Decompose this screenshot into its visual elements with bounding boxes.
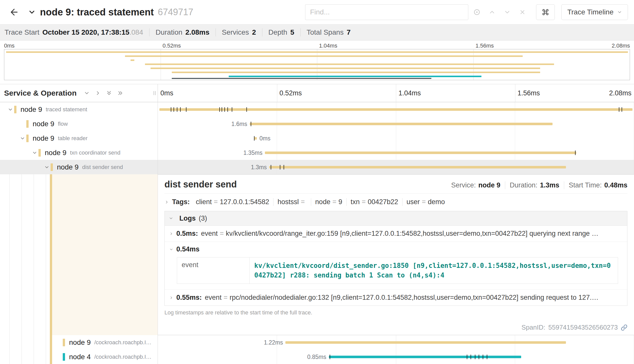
minimap-span-bar — [145, 63, 554, 65]
total-spans-stat: Total Spans 7 — [300, 28, 357, 36]
collapse-one-button[interactable] — [84, 90, 90, 96]
span-name-cell[interactable]: node 9 dist sender send — [0, 160, 158, 174]
span-bar[interactable] — [285, 341, 566, 344]
span-duration-label: 1.3ms — [251, 164, 267, 170]
minimap-tick-label: 0.52ms — [163, 42, 181, 49]
deep-link-icon[interactable] — [621, 324, 627, 331]
span-row-flow: node 9 flow 1.6ms — [0, 117, 634, 131]
keyboard-shortcuts-button[interactable] — [536, 4, 555, 20]
tag-txn: txn=00427b22 — [346, 198, 402, 206]
chevron-down-icon — [169, 216, 173, 221]
indent-guide — [9, 174, 10, 335]
collapse-all-button[interactable] — [106, 90, 112, 96]
collapse-trace-chevron-down-icon[interactable] — [28, 8, 36, 16]
locate-match-button[interactable] — [470, 6, 483, 19]
span-rows-bottom: node 9 /cockroach.roachpb.I… 1.22ms node… — [0, 335, 634, 364]
expand-all-button[interactable] — [117, 90, 123, 96]
log-entry-header[interactable]: 0.54ms — [169, 245, 623, 253]
back-button[interactable] — [8, 6, 21, 19]
tags-accordion[interactable]: Tags: client=127.0.0.1:54582 hostssl= no… — [164, 198, 627, 206]
span-timeline-cell: 1.35ms — [158, 145, 634, 160]
indent-guide — [22, 174, 22, 335]
span-bar[interactable] — [250, 123, 553, 125]
service-color-chip — [51, 163, 53, 171]
minimap-span-bar — [125, 55, 523, 57]
locate-icon — [473, 8, 481, 16]
chevron-right-icon — [164, 200, 169, 204]
span-name-cell[interactable]: node 9 traced statement — [0, 102, 158, 117]
service-name: node 9 — [69, 338, 91, 347]
detail-header: dist sender send Service:node 9 Duration… — [164, 179, 627, 194]
chevron-down-icon[interactable] — [31, 150, 38, 156]
log-entry[interactable]: 0.55ms: event=rpc/nodedialer/nodedialer.… — [165, 290, 627, 306]
tag-hostssl: hostssl= — [273, 198, 311, 206]
span-timeline-cell: 0ms — [158, 131, 634, 145]
minimap-tick-label: 2.08ms — [612, 42, 630, 49]
span-name-cell[interactable]: node 9 txn coordinator send — [0, 145, 158, 160]
find-input[interactable] — [305, 4, 468, 20]
log-timestamp: 0.5ms: — [176, 230, 198, 238]
span-id-row: SpanID: 5597415943526560273 — [164, 324, 627, 331]
next-match-button[interactable] — [501, 6, 514, 19]
span-id-value: 5597415943526560273 — [548, 324, 618, 331]
ruler-divider — [277, 84, 277, 102]
chevron-right-icon — [169, 296, 173, 300]
detail-left-gutter — [0, 174, 158, 335]
span-duration-label: 0ms — [259, 135, 270, 142]
tag-client: client=127.0.0.1:54582 — [192, 198, 273, 206]
span-name-cell[interactable]: node 4 /cockroach.roachpb.I… — [0, 350, 158, 364]
minimap-canvas[interactable] — [4, 49, 630, 80]
chevron-down-icon[interactable] — [43, 164, 51, 170]
trace-minimap: 0ms 0.52ms 1.04ms 1.56ms 2.08ms — [0, 40, 634, 80]
clear-find-button[interactable] — [516, 6, 529, 19]
minimap-span-bar — [6, 51, 628, 53]
chevron-down-icon[interactable] — [19, 136, 26, 141]
minimap-span-bar — [229, 76, 481, 77]
detail-accent-tint — [52, 174, 158, 335]
span-rows: node 9 traced statement node 9 flow 1.6m… — [0, 102, 634, 174]
span-row-dist-sender-send: node 9 dist sender send 1.3ms — [0, 160, 634, 174]
trace-summary-bar: Trace Start October 15 2020, 17:38:15.08… — [0, 24, 634, 40]
expand-one-button[interactable] — [95, 90, 101, 96]
span-name-cell[interactable]: node 9 flow — [0, 117, 158, 131]
span-row-roachpb-node4: node 4 /cockroach.roachpb.I… 0.85ms — [0, 350, 634, 364]
column-resizer[interactable] — [154, 91, 156, 95]
arrow-left-icon — [9, 7, 19, 17]
span-timeline-cell: 1.22ms — [158, 335, 634, 350]
span-timeline-cell — [158, 102, 634, 117]
log-field-key: event — [201, 230, 218, 237]
trace-view-selector[interactable]: Trace Timeline — [561, 4, 628, 20]
prev-match-button[interactable] — [485, 6, 499, 19]
span-bar[interactable] — [159, 108, 633, 111]
span-timeline-cell: 1.3ms — [158, 160, 634, 174]
log-entry[interactable]: 0.5ms: event=kv/kvclient/kvcoord/range_i… — [165, 226, 627, 242]
chevron-right-icon — [169, 232, 173, 236]
chevron-down-icon[interactable] — [7, 107, 14, 112]
minimap-span-bar — [151, 68, 540, 69]
span-name-cell[interactable]: node 9 /cockroach.roachpb.I… — [0, 335, 158, 350]
log-timestamp: 0.54ms — [176, 245, 200, 253]
span-bar[interactable] — [269, 166, 566, 168]
span-row-txn-coordinator-send: node 9 txn coordinator send 1.35ms — [0, 145, 634, 160]
service-color-chip — [63, 339, 65, 346]
duration-stat: Duration 2.08ms — [149, 28, 216, 36]
ruler-divider — [396, 84, 396, 102]
close-icon — [519, 9, 526, 15]
span-bar[interactable] — [254, 137, 257, 140]
command-icon — [541, 8, 550, 16]
span-timeline-cell: 1.6ms — [158, 117, 634, 131]
operation-name: table reader — [58, 135, 88, 142]
span-bar[interactable] — [329, 356, 521, 358]
span-name-cell[interactable]: node 9 table reader — [0, 131, 158, 145]
service-name: node 9 — [20, 105, 42, 114]
depth-stat: Depth 5 — [262, 28, 300, 36]
tag-user: user=demo — [402, 198, 449, 206]
service-color-chip — [38, 149, 41, 157]
span-bar[interactable] — [265, 152, 576, 154]
span-row-traced-statement: node 9 traced statement — [0, 102, 634, 117]
chevron-down-icon — [84, 90, 90, 96]
minimap-viewport-bar[interactable] — [172, 78, 431, 79]
logs-title: Logs — [179, 215, 196, 222]
logs-header[interactable]: Logs (3) — [165, 211, 627, 226]
span-timeline-cell: 0.85ms — [158, 350, 634, 364]
